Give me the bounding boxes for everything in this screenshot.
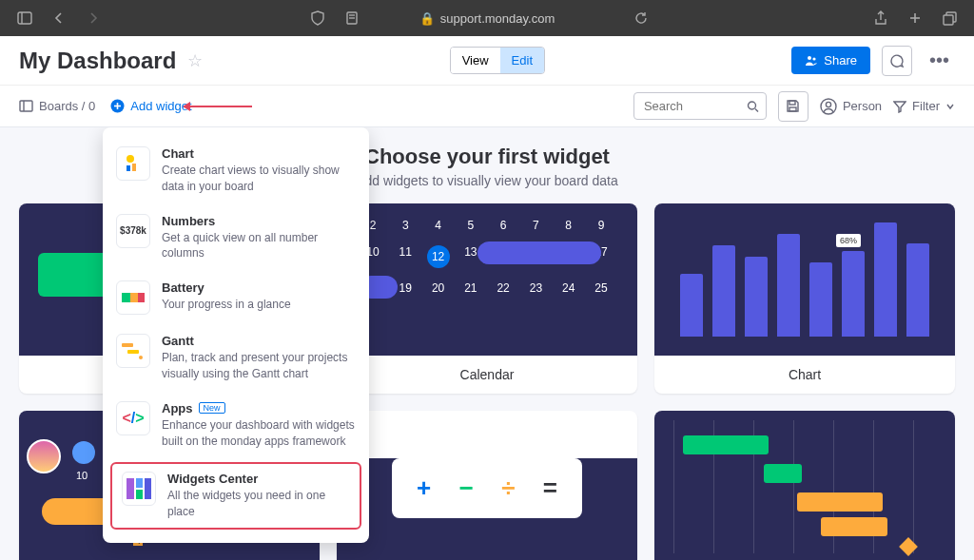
gantt-bar [764, 464, 802, 483]
widget-card-calendar[interactable]: 2345678910111213141516171819202122232425… [337, 203, 637, 394]
chart-bar [745, 257, 768, 337]
calendar-day: 20 [427, 281, 450, 295]
math-symbol: + [417, 473, 431, 503]
content-area: Choose your first widget Add widgets to … [0, 127, 974, 560]
widget-card-gantt[interactable] [654, 411, 955, 560]
person-icon [820, 98, 837, 115]
edit-button[interactable]: Edit [500, 48, 544, 73]
calendar-day: 8 [557, 219, 580, 232]
filter-label: Filter [912, 99, 940, 113]
forward-icon[interactable] [80, 5, 107, 31]
dropdown-item-desc: Create chart views to visually show data… [162, 163, 356, 195]
url-host: support.monday.com [440, 11, 555, 26]
calendar-day: 24 [557, 281, 580, 295]
dropdown-icon: </> [116, 401, 150, 435]
dropdown-icon [116, 280, 150, 315]
calendar-day: 22 [492, 281, 515, 295]
back-icon[interactable] [46, 5, 72, 31]
math-symbol: − [459, 473, 474, 503]
search-icon [747, 100, 759, 112]
svg-rect-7 [944, 15, 953, 25]
dropdown-item-title: AppsNew [162, 401, 356, 415]
dropdown-icon [116, 146, 150, 181]
share-button[interactable]: Share [791, 47, 870, 74]
svg-line-16 [755, 108, 758, 111]
view-button[interactable]: View [451, 48, 500, 73]
boards-button[interactable]: Boards / 0 [19, 99, 95, 113]
add-widget-dropdown: Chart Create chart views to visually sho… [103, 127, 369, 543]
url-bar[interactable]: 🔒 support.monday.com [419, 11, 555, 26]
dropdown-item-battery[interactable]: Battery Your progress in a glance [103, 271, 369, 324]
calendar-day: 12 [427, 245, 450, 268]
dropdown-item-numbers[interactable]: $378k Numbers Get a quick view on all nu… [103, 204, 369, 272]
widget-preview: 2345678910111213141516171819202122232425 [337, 203, 637, 356]
refresh-icon[interactable] [628, 5, 654, 31]
save-icon[interactable] [778, 91, 808, 122]
widget-card-chart[interactable]: 68% Chart [654, 203, 955, 394]
page: My Dashboard ☆ View Edit Share ••• Board… [0, 36, 974, 560]
tabs-icon[interactable] [936, 5, 963, 31]
view-edit-toggle: View Edit [450, 47, 545, 74]
widget-preview [654, 411, 955, 560]
chart-bar [712, 245, 735, 337]
svg-rect-30 [127, 478, 134, 499]
svg-point-15 [748, 102, 755, 109]
svg-rect-32 [136, 490, 143, 499]
dropdown-item-title: Numbers [162, 214, 356, 228]
dropdown-item-chart[interactable]: Chart Create chart views to visually sho… [103, 137, 369, 204]
people-icon [805, 54, 818, 68]
boards-label: Boards / 0 [39, 99, 95, 113]
svg-rect-25 [130, 293, 138, 302]
svg-point-9 [813, 57, 816, 60]
svg-rect-33 [145, 478, 151, 499]
calendar-day: 7 [524, 219, 547, 232]
calendar-day: 4 [427, 219, 450, 232]
widget-label: Calendar [337, 356, 637, 394]
dropdown-item-title: Gantt [162, 334, 356, 348]
svg-rect-26 [138, 293, 145, 302]
person-label: Person [843, 99, 882, 113]
calendar-day: 11 [394, 245, 417, 268]
svg-point-20 [826, 102, 830, 106]
shield-icon[interactable] [304, 5, 331, 31]
filter-button[interactable]: Filter [893, 99, 955, 113]
person-filter[interactable]: Person [820, 98, 882, 115]
dropdown-item-gantt[interactable]: Gantt Plan, track and present your proje… [103, 324, 369, 392]
share-icon[interactable] [867, 5, 894, 31]
chart-bar: 68% [842, 251, 865, 337]
lock-icon: 🔒 [419, 11, 435, 26]
dropdown-item-desc: Get a quick view on all number columns [162, 230, 356, 262]
calendar-day: 6 [492, 219, 515, 232]
gantt-bar [821, 517, 887, 536]
calendar-day: 23 [524, 281, 547, 295]
svg-rect-18 [789, 107, 796, 111]
more-menu-icon[interactable]: ••• [924, 49, 955, 71]
chart-bar [777, 234, 800, 337]
widget-preview: 68% [654, 203, 955, 356]
chart-bar [906, 243, 929, 337]
dropdown-icon: $378k [116, 214, 150, 248]
svg-point-21 [127, 155, 134, 163]
math-symbol: = [543, 473, 557, 503]
browser-chrome: 🔒 support.monday.com [0, 0, 974, 36]
star-icon[interactable]: ☆ [187, 50, 203, 71]
dropdown-item-title: Battery [162, 280, 356, 295]
svg-rect-22 [127, 165, 130, 171]
dropdown-item-apps[interactable]: </> AppsNew Enhance your dashboard with … [103, 392, 369, 459]
chat-icon[interactable] [882, 46, 912, 76]
widget-label: Chart [654, 356, 955, 394]
dropdown-item-widgets-center[interactable]: Widgets Center All the widgets you need … [110, 462, 361, 530]
dropdown-item-desc: Plan, track and present your projects vi… [162, 350, 356, 382]
dropdown-item-desc: Your progress in a glance [162, 297, 356, 313]
reader-icon[interactable] [339, 5, 365, 31]
new-tab-icon[interactable] [902, 5, 928, 31]
sidebar-toggle-icon[interactable] [11, 5, 38, 31]
chart-bar [680, 274, 703, 337]
chart-bar [874, 222, 897, 337]
svg-rect-17 [789, 101, 795, 105]
boards-icon [19, 99, 33, 113]
widget-preview: +−÷= [337, 458, 637, 560]
svg-rect-10 [20, 101, 32, 111]
widget-card-numbers[interactable]: +−÷= [337, 411, 637, 560]
chart-bar [809, 262, 832, 337]
